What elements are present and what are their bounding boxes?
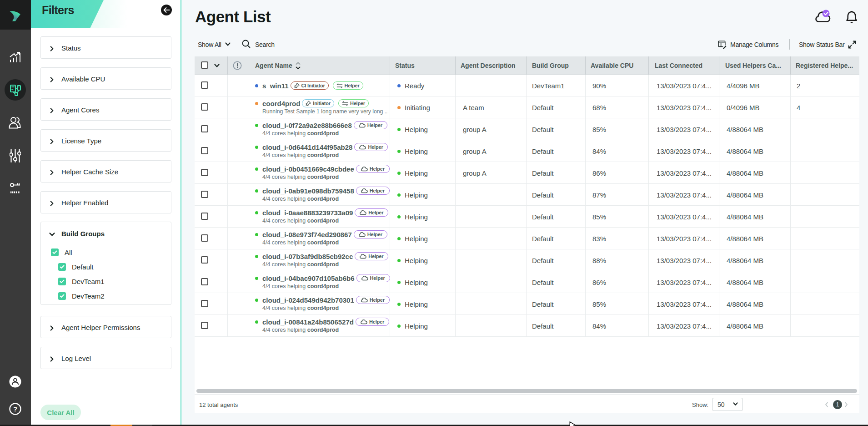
svg-text:?: ? (13, 405, 17, 413)
